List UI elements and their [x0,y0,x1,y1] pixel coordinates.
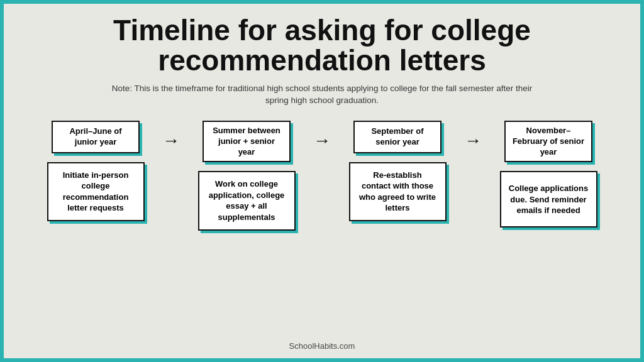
step-2: Summer between junior + senior yearWork … [184,121,309,231]
desc-box-1: Initiate in-person college recommendatio… [47,162,145,221]
arrow-2: → [309,121,335,150]
page-title: Timeline for asking for college recommen… [23,15,621,76]
arrow-1: → [158,121,184,150]
arrow-3: → [460,121,486,150]
step-1: April–June of junior yearInitiate in-per… [33,121,158,221]
step-3: September of senior yearRe-establish con… [335,121,460,221]
time-box-1: April–June of junior year [52,121,140,153]
arrow-icon-3: → [464,132,482,150]
footer: SchoolHabits.com [289,341,355,352]
time-box-2: Summer between junior + senior year [203,121,291,163]
subtitle: Note: This is the timeframe for traditio… [102,82,542,107]
desc-box-3: Re-establish contact with those who agre… [349,162,447,221]
time-box-3: September of senior year [353,121,441,153]
time-box-4: November–February of senior year [504,121,592,163]
timeline: April–June of junior yearInitiate in-per… [23,121,621,231]
page: Timeline for asking for college recommen… [4,4,640,358]
desc-box-4: College applications due. Send reminder … [500,171,597,228]
arrow-icon-2: → [313,132,331,150]
desc-box-2: Work on college application, college ess… [198,171,296,230]
step-4: November–February of senior yearCollege … [486,121,611,228]
arrow-icon-1: → [162,132,180,150]
